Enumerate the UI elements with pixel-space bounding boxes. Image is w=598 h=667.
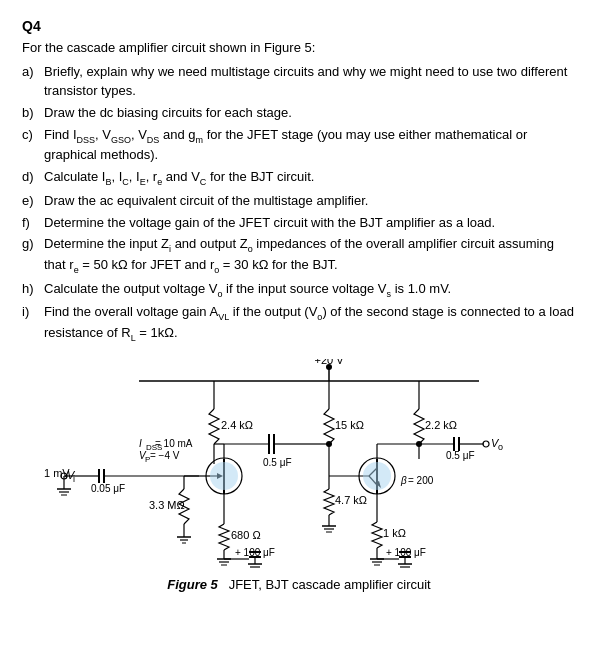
- svg-text:= 10 mA: = 10 mA: [155, 438, 193, 449]
- svg-text:= 200: = 200: [408, 475, 434, 486]
- svg-text:15 kΩ: 15 kΩ: [335, 419, 364, 431]
- question-intro: For the cascade amplifier circuit shown …: [22, 40, 576, 55]
- part-a: a) Briefly, explain why we need multista…: [22, 63, 576, 101]
- svg-point-58: [326, 441, 332, 447]
- question-label: Q4: [22, 18, 576, 34]
- svg-text:0.05 μF: 0.05 μF: [91, 483, 125, 494]
- svg-text:β: β: [400, 475, 407, 486]
- svg-point-81: [363, 462, 391, 490]
- part-g: g) Determine the input Zi and output Zo …: [22, 235, 576, 276]
- svg-text:680 Ω: 680 Ω: [231, 529, 261, 541]
- svg-text:= −4 V: = −4 V: [150, 450, 180, 461]
- svg-text:2.4 kΩ: 2.4 kΩ: [221, 419, 253, 431]
- svg-text:+20 V: +20 V: [314, 359, 344, 366]
- svg-text:I: I: [139, 438, 142, 449]
- parts-list: a) Briefly, explain why we need multista…: [22, 63, 576, 345]
- svg-text:4.7 kΩ: 4.7 kΩ: [335, 494, 367, 506]
- svg-text:o: o: [498, 442, 503, 452]
- circuit-diagram: +20 V 2.4 kΩ 0.5 μF: [39, 359, 559, 569]
- svg-point-82: [210, 462, 238, 490]
- svg-text:0.5 μF: 0.5 μF: [446, 450, 475, 461]
- svg-text:1 kΩ: 1 kΩ: [383, 527, 406, 539]
- svg-text:1 mV: 1 mV: [44, 467, 70, 479]
- svg-text:3.3 MΩ: 3.3 MΩ: [149, 499, 185, 511]
- svg-text:2.2 kΩ: 2.2 kΩ: [425, 419, 457, 431]
- part-i: i) Find the overall voltage gain AVL if …: [22, 303, 576, 344]
- part-h: h) Calculate the output voltage Vo if th…: [22, 280, 576, 301]
- part-b: b) Draw the dc biasing circuits for each…: [22, 104, 576, 123]
- svg-text:0.5 μF: 0.5 μF: [263, 457, 292, 468]
- figure-caption: Figure 5 JFET, BJT cascade amplifier cir…: [22, 577, 576, 592]
- part-f: f) Determine the voltage gain of the JFE…: [22, 214, 576, 233]
- part-d: d) Calculate IB, IC, IE, re and VC for t…: [22, 168, 576, 189]
- part-c: c) Find IDSS, VGSO, VDS and gm for the J…: [22, 126, 576, 165]
- part-e: e) Draw the ac equivalent circuit of the…: [22, 192, 576, 211]
